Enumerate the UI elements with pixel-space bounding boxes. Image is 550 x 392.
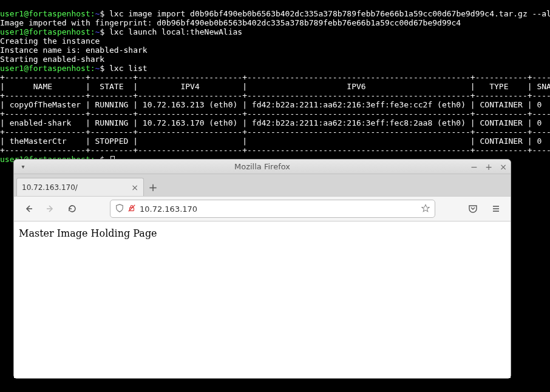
shield-icon[interactable] [115,204,124,214]
maximize-icon[interactable]: + [484,162,494,172]
table-row: | copyOfTheMaster | RUNNING | 10.72.163.… [0,100,550,109]
out-line-2: Image imported with fingerprint: d0b96bf… [0,18,461,27]
cmd-3: lxc list [109,64,148,73]
terminal-output: user1@fortaspenhost:~$ lxc image import … [0,0,550,164]
table-border: +-----------------+---------+-----------… [0,91,550,100]
table-header: | NAME | STATE | IPV4 | IPV6 | TYPE | SN… [0,82,550,91]
tab-title: 10.72.163.170/ [22,183,78,192]
browser-tab[interactable]: 10.72.163.170/ × [16,178,144,196]
bookmark-star-icon[interactable] [421,204,430,214]
tab-strip: 10.72.163.170/ × + [14,174,511,196]
url-bar[interactable]: 10.72.163.170 [110,200,435,218]
table-border: +-----------------+---------+-----------… [0,146,550,155]
pocket-icon [468,204,478,214]
table-border: +-----------------+---------+-----------… [0,127,550,137]
reload-button[interactable] [64,200,81,217]
prompt-3: user1@fortaspenhost:~ [0,64,100,73]
window-titlebar[interactable]: ▾ Mozilla Firefox − + × [14,160,511,174]
prompt-1: user1@fortaspenhost:~ [0,9,100,18]
hamburger-icon [491,204,501,214]
forward-button[interactable] [42,200,59,217]
out-line-6: Starting enabled-shark [0,55,104,64]
table-border: +-----------------+---------+-----------… [0,109,550,118]
insecure-lock-icon[interactable] [127,204,136,214]
table-row: | enabled-shark | RUNNING | 10.72.163.17… [0,118,550,127]
tab-close-icon[interactable]: × [131,183,138,192]
out-line-5: Instance name is: enabled-shark [0,46,148,55]
prompt-2: user1@fortaspenhost:~ [0,27,100,36]
firefox-window: ▾ Mozilla Firefox − + × 10.72.163.170/ ×… [13,159,511,379]
table-border: +-----------------+---------+-----------… [0,73,550,82]
reload-icon [67,204,77,214]
new-tab-button[interactable]: + [144,178,162,196]
page-content: Master Image Holding Page [14,221,511,378]
back-button[interactable] [20,200,37,217]
out-line-4: Creating the instance [0,36,100,46]
pocket-button[interactable] [464,200,481,217]
table-row: | theMasterCtr | STOPPED | | | CONTAINER… [0,137,550,146]
url-text: 10.72.163.170 [140,204,418,214]
nav-toolbar: 10.72.163.170 [14,196,511,221]
close-icon[interactable]: × [498,162,508,172]
cmd-1: lxc image import d0b96bf490eb0b6563b402d… [109,9,550,18]
arrow-left-icon [24,204,33,214]
cmd-2: lxc launch local:theNewAlias [109,27,242,36]
app-menu-button[interactable] [487,200,504,217]
window-title: Mozilla Firefox [14,162,511,171]
minimize-icon[interactable]: − [469,162,479,172]
page-heading: Master Image Holding Page [19,228,506,239]
arrow-right-icon [46,204,55,214]
